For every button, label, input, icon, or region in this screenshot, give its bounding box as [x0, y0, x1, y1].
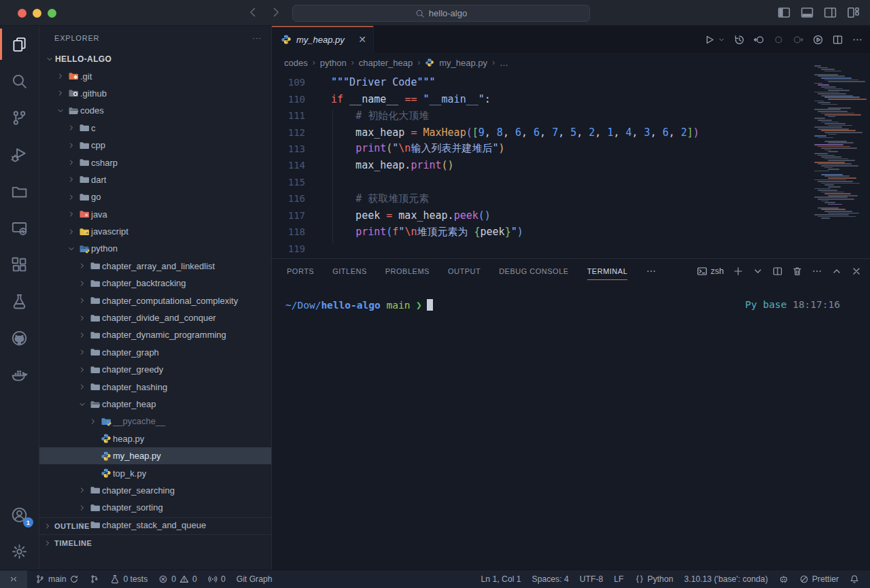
breadcrumb-item-my-heap-py[interactable]: my_heap.py — [439, 58, 487, 68]
chevron-right-icon[interactable] — [65, 210, 77, 218]
tree-item-top-k-py[interactable]: top_k.py — [39, 464, 271, 481]
status-encoding[interactable]: UTF-8 — [574, 570, 609, 588]
chevron-right-icon[interactable] — [76, 486, 88, 494]
tree-item-chapter-searching[interactable]: chapter_searching — [39, 482, 271, 499]
chevron-right-icon[interactable] — [65, 141, 77, 150]
chevron-right-icon[interactable] — [54, 89, 66, 97]
close-icon[interactable] — [851, 266, 862, 277]
layout-customize-icon[interactable] — [846, 5, 860, 20]
tree-item-pycache[interactable]: __pycache__ — [39, 413, 271, 430]
chevron-right-icon[interactable] — [76, 504, 88, 512]
terminal[interactable]: ~/Dow/hello-algo main ❯ Py base 18:17:16 — [272, 283, 870, 311]
code-line-111[interactable]: 111 # 初始化大顶堆 — [272, 107, 813, 124]
compare-icon[interactable] — [773, 34, 784, 46]
tree-item-chapter-graph[interactable]: chapter_graph — [39, 344, 271, 361]
status-notifications[interactable] — [844, 570, 865, 588]
tree-item-python[interactable]: python — [39, 240, 271, 257]
activity-docker[interactable] — [0, 356, 39, 393]
activity-manage[interactable] — [0, 533, 39, 570]
status-repo-graph[interactable] — [84, 570, 105, 588]
breadcrumb-item-codes[interactable]: codes — [284, 58, 308, 68]
tree-item-c[interactable]: c — [39, 120, 271, 137]
status-cursor-position[interactable]: Ln 1, Col 1 — [476, 570, 527, 588]
activity-remote-explorer[interactable] — [0, 209, 39, 246]
close-window-button[interactable] — [18, 9, 27, 18]
code-line-114[interactable]: 114 max_heap.print() — [272, 157, 813, 173]
chevron-right-icon[interactable] — [76, 314, 88, 322]
tree-item-chapter-heap[interactable]: chapter_heap — [39, 396, 271, 413]
panel-tab-debug-console[interactable]: DEBUG CONSOLE — [499, 259, 568, 283]
chevron-down-icon[interactable] — [65, 245, 77, 253]
tree-item-javascript[interactable]: JSjavascript — [39, 223, 271, 240]
chevron-right-icon[interactable] — [65, 193, 77, 201]
tab-my-heap-py[interactable]: my_heap.py ✕ — [272, 26, 374, 53]
chevron-right-icon[interactable] — [54, 72, 66, 80]
tree-item-chapter-array-and-linkedlist[interactable]: chapter_array_and_linkedlist — [39, 258, 271, 275]
status-branch-status[interactable]: main — [30, 570, 84, 588]
tree-item-chapter-divide-and-conquer[interactable]: chapter_divide_and_conquer — [39, 309, 271, 326]
chevron-right-icon[interactable] — [76, 348, 88, 356]
tree-item-dart[interactable]: dart — [39, 171, 271, 188]
activity-extensions[interactable] — [0, 246, 39, 283]
tree-item-csharp[interactable]: csharp — [39, 154, 271, 171]
trash-icon[interactable] — [792, 266, 803, 277]
chevron-right-icon[interactable] — [76, 366, 88, 374]
chevron-right-icon[interactable] — [87, 417, 99, 426]
status-remote-indicator[interactable] — [0, 570, 27, 588]
panel-tab-output[interactable]: OUTPUT — [448, 259, 481, 283]
tree-item-chapter-greedy[interactable]: chapter_greedy — [39, 361, 271, 378]
forward-button[interactable] — [269, 5, 283, 19]
section-outline[interactable]: OUTLINE — [39, 517, 271, 534]
tree-item-chapter-sorting[interactable]: chapter_sorting — [39, 499, 271, 516]
chevron-right-icon[interactable] — [76, 262, 88, 270]
minimap[interactable] — [814, 65, 869, 228]
chevron-right-icon[interactable] — [65, 158, 77, 167]
zoom-window-button[interactable] — [48, 9, 56, 18]
history-icon[interactable] — [733, 34, 745, 46]
section-timeline[interactable]: TIMELINE — [39, 534, 271, 551]
panel-tab-problems[interactable]: PROBLEMS — [385, 259, 430, 283]
code-line-119[interactable]: 119 — [272, 240, 813, 256]
tree-item-go[interactable]: go — [39, 188, 271, 205]
status-git-graph[interactable]: Git Graph — [231, 570, 278, 588]
more-actions-icon[interactable] — [852, 34, 863, 46]
code-line-117[interactable]: 117 peek = max_heap.peek() — [272, 207, 813, 224]
panel-tab-terminal[interactable]: TERMINAL — [587, 259, 628, 283]
status-python-interpreter[interactable]: 3.10.13 ('base': conda) — [678, 570, 773, 588]
status-indentation[interactable]: Spaces: 4 — [527, 570, 574, 588]
chevron-right-icon[interactable] — [76, 331, 88, 339]
status-tests-status[interactable]: 0 tests — [105, 570, 153, 588]
tree-item-hello-algo[interactable]: HELLO-ALGO — [39, 50, 271, 67]
activity-search[interactable] — [0, 63, 39, 99]
close-tab-icon[interactable]: ✕ — [358, 34, 366, 45]
tree-item-cpp[interactable]: cpp — [39, 137, 271, 154]
code-line-110[interactable]: 110if __name__ == "__main__": — [272, 90, 813, 107]
tree-item-chapter-hashing[interactable]: chapter_hashing — [39, 378, 271, 395]
back-button[interactable] — [246, 5, 260, 19]
chevron-right-icon[interactable] — [65, 124, 77, 132]
breadcrumb-item-[interactable]: … — [500, 58, 508, 68]
layout-panel-icon[interactable] — [800, 5, 814, 20]
code-line-109[interactable]: 109"""Driver Code""" — [272, 74, 813, 90]
status-problems-status[interactable]: 00 — [153, 570, 203, 588]
command-center-search[interactable]: hello-algo — [292, 5, 590, 22]
code-line-118[interactable]: 118 print(f"\n堆顶元素为 {peek}") — [272, 224, 813, 240]
chevron-right-icon[interactable] — [65, 175, 77, 184]
status-eol[interactable]: LF — [608, 570, 629, 588]
panel-tab-gitlens[interactable]: GITLENS — [332, 259, 367, 283]
layout-sidebar-left-icon[interactable] — [777, 5, 791, 20]
tree-item-github[interactable]: .github — [39, 85, 271, 102]
terminal-instance[interactable]: zsh — [697, 266, 724, 277]
tree-item-java[interactable]: java — [39, 206, 271, 223]
more-actions-icon[interactable] — [646, 266, 657, 277]
chevron-down-icon[interactable] — [723, 36, 725, 44]
code-line-115[interactable]: 115 — [272, 174, 813, 190]
tree-item-chapter-backtracking[interactable]: chapter_backtracking — [39, 275, 271, 292]
code-line-113[interactable]: 113 print("\n输入列表并建堆后") — [272, 141, 813, 157]
gitlens-run-icon[interactable] — [812, 34, 824, 46]
code-line-112[interactable]: 112 max_heap = MaxHeap([9, 8, 6, 6, 7, 5… — [272, 124, 813, 140]
activity-accounts[interactable]: 1 — [0, 496, 39, 533]
activity-source-control[interactable] — [0, 99, 39, 136]
status-ports-status[interactable]: 0 — [203, 570, 231, 588]
code-line-116[interactable]: 116 # 获取堆顶元素 — [272, 190, 813, 207]
